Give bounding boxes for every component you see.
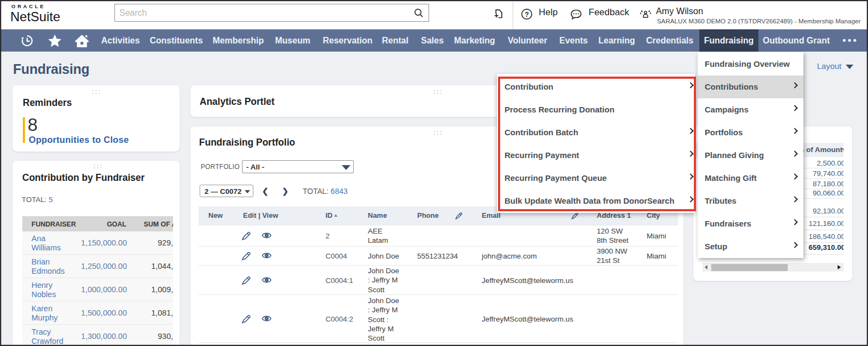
svg-text:?: ? bbox=[525, 11, 529, 18]
